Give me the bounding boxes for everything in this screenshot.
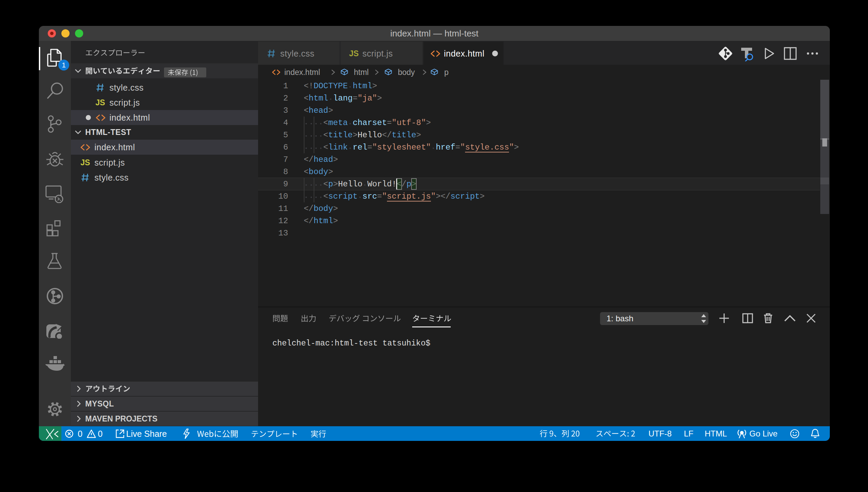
- svg-text:1: 1: [62, 61, 66, 69]
